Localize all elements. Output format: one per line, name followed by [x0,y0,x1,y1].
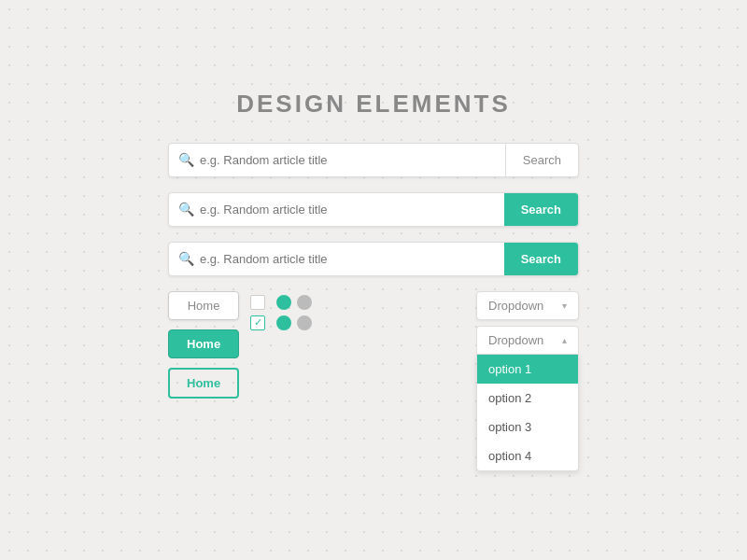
page-title: DESIGN ELEMENTS [236,90,510,119]
dropdown-closed[interactable]: Dropdown ▾ [476,291,579,320]
search-button-1[interactable]: Search [505,144,578,176]
search-input-3[interactable] [200,252,495,266]
search-input-wrapper-3: 🔍 [169,243,504,275]
search-input-1[interactable] [200,153,496,167]
search-icon-1: 🔍 [178,152,194,167]
radio-1[interactable] [276,295,291,310]
dropdown-open-container: Dropdown ▴ option 1 option 2 option 3 op… [476,326,579,471]
search-button-3[interactable]: Search [504,243,578,275]
checkbox-row-2: ✓ [250,315,265,330]
home-button-teal-outline[interactable]: Home [168,368,239,399]
search-icon-3: 🔍 [178,251,194,266]
dropdown-option-2[interactable]: option 2 [477,384,578,413]
checkmark-icon: ✓ [254,316,262,329]
radio-4[interactable] [297,315,312,330]
buttons-column: Home Home Home [168,291,239,399]
checkbox-2[interactable]: ✓ [250,315,265,330]
dropdown-option-3[interactable]: option 3 [477,413,578,441]
radio-3[interactable] [276,315,291,330]
dropdown-option-1[interactable]: option 1 [477,355,578,384]
search-row-1: 🔍 Search [168,143,579,177]
search-input-wrapper-1: 🔍 [169,144,505,176]
dropdown-closed-label: Dropdown [488,299,543,313]
main-container: DESIGN ELEMENTS 🔍 Search 🔍 Search 🔍 Sear… [168,90,579,471]
radio-2[interactable] [297,295,312,310]
search-row-3: 🔍 Search [168,242,579,276]
controls-row: Home Home Home ✓ Dr [168,291,579,471]
checkboxes-column: ✓ [250,295,265,330]
home-button-plain[interactable]: Home [168,291,239,320]
search-input-2[interactable] [200,203,495,217]
dropdown-open-label: Dropdown [488,333,543,347]
home-button-teal[interactable]: Home [168,329,239,358]
chevron-down-icon: ▾ [562,301,567,311]
dropdown-open-header[interactable]: Dropdown ▴ [476,326,579,355]
dropdown-option-4[interactable]: option 4 [477,441,578,470]
chevron-up-icon: ▴ [562,335,567,345]
search-button-2[interactable]: Search [504,193,578,226]
search-icon-2: 🔍 [178,202,194,217]
checkbox-row-1 [250,295,265,310]
radios-column [276,295,312,330]
dropdown-options-list: option 1 option 2 option 3 option 4 [476,355,579,471]
search-row-2: 🔍 Search [168,192,579,227]
search-input-wrapper-2: 🔍 [169,193,504,226]
dropdowns-column: Dropdown ▾ Dropdown ▴ option 1 option 2 … [476,291,579,471]
checkbox-1[interactable] [250,295,265,310]
